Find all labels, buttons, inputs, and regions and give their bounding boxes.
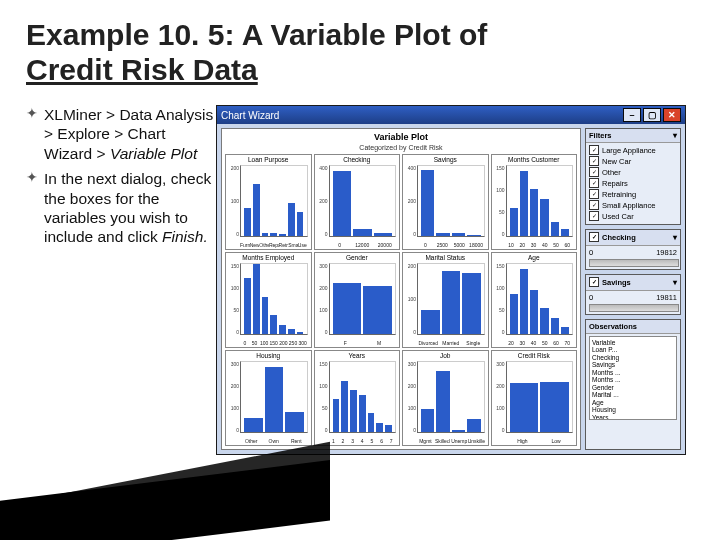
observation-item[interactable]: Age — [592, 399, 674, 406]
observation-item[interactable]: Variable — [592, 339, 674, 346]
filter-item[interactable]: ✓Other — [589, 167, 677, 177]
bar — [265, 367, 284, 432]
bar — [452, 233, 465, 237]
y-ticks: 3002001000 — [227, 361, 239, 433]
bars — [240, 263, 308, 335]
bars — [329, 361, 397, 433]
bar — [510, 294, 518, 334]
filter-item[interactable]: ✓Retraining — [589, 189, 677, 199]
bar — [376, 423, 383, 432]
observations-list[interactable]: VariableLoan P...CheckingSavingsMonths .… — [589, 336, 677, 420]
x-ticks: MgmtSkilledUnempUnskilled — [417, 438, 485, 444]
observation-item[interactable]: Months ... — [592, 369, 674, 376]
mini-chart-title: Age — [492, 254, 577, 261]
checkbox-icon[interactable]: ✓ — [589, 156, 599, 166]
bar — [353, 229, 372, 236]
bars — [240, 361, 308, 433]
mini-chart-title: Marital Status — [403, 254, 488, 261]
bars — [506, 361, 574, 433]
checkbox-icon[interactable]: ✓ — [589, 211, 599, 221]
filters-panel: Filters▾ ✓Large Appliance✓New Car✓Other✓… — [585, 128, 681, 225]
bar — [333, 283, 362, 334]
x-ticks: 01200020000 — [329, 242, 397, 248]
y-ticks: 4002000 — [316, 165, 328, 237]
checkbox-icon[interactable]: ✓ — [589, 145, 599, 155]
x-ticks: 050100150200250300 — [240, 340, 308, 346]
observation-item[interactable]: Checking — [592, 354, 674, 361]
mini-chart-title: Months Employed — [226, 254, 311, 261]
bar — [436, 233, 449, 237]
filter-label: Retraining — [602, 190, 636, 199]
observation-item[interactable]: Loan P... — [592, 346, 674, 353]
observation-item[interactable]: Years — [592, 414, 674, 420]
filter-item[interactable]: ✓Repairs — [589, 178, 677, 188]
observation-item[interactable]: Savings — [592, 361, 674, 368]
bar — [551, 318, 559, 334]
close-icon[interactable]: ✕ — [663, 108, 681, 122]
bar — [253, 184, 260, 237]
bar — [374, 233, 393, 236]
bar — [270, 315, 277, 334]
x-ticks: 1234567 — [329, 438, 397, 444]
bullet-text: In the next dialog, check the boxes for … — [44, 169, 216, 247]
observation-item[interactable]: Housing — [592, 406, 674, 413]
mini-chart: Years1501005001234567 — [314, 350, 401, 446]
checkbox-icon[interactable]: ✓ — [589, 232, 599, 242]
observation-item[interactable]: Marital ... — [592, 391, 674, 398]
bar — [262, 233, 269, 237]
checkbox-icon[interactable]: ✓ — [589, 167, 599, 177]
observation-item[interactable]: Gender — [592, 384, 674, 391]
bars — [417, 361, 485, 433]
checkbox-icon[interactable]: ✓ — [589, 277, 599, 287]
bar — [551, 222, 559, 236]
y-ticks: 2001000 — [404, 263, 416, 335]
filter-label: New Car — [602, 157, 631, 166]
filter-label: Small Appliance — [602, 201, 655, 210]
filter-item[interactable]: ✓Used Car — [589, 211, 677, 221]
checking-header: Checking — [602, 233, 636, 242]
title-underlined: Credit Risk Data — [26, 53, 258, 86]
mini-chart: Savings400200002500500018000 — [402, 154, 489, 250]
checkbox-icon[interactable]: ✓ — [589, 189, 599, 199]
chevron-down-icon[interactable]: ▾ — [673, 131, 677, 140]
bar — [279, 325, 286, 334]
savings-header: Savings — [602, 278, 631, 287]
checkbox-icon[interactable]: ✓ — [589, 200, 599, 210]
bar — [363, 286, 392, 334]
filter-label: Other — [602, 168, 621, 177]
maximize-icon[interactable]: ▢ — [643, 108, 661, 122]
savings-slider[interactable] — [589, 304, 679, 312]
x-ticks: OtherOwnRent — [240, 438, 308, 444]
window-titlebar[interactable]: Chart Wizard – ▢ ✕ — [217, 106, 685, 124]
mini-chart: Job3002001000MgmtSkilledUnempUnskilled — [402, 350, 489, 446]
checking-slider[interactable] — [589, 259, 679, 267]
mini-chart-title: Years — [315, 352, 400, 359]
y-ticks: 150100500 — [316, 361, 328, 433]
bar — [510, 208, 518, 236]
chevron-down-icon[interactable]: ▾ — [673, 233, 677, 242]
filter-item[interactable]: ✓New Car — [589, 156, 677, 166]
chart-wizard-window: Chart Wizard – ▢ ✕ Variable Plot Categor… — [216, 105, 686, 455]
x-ticks: FurnApplNew CarOtherRepairsRetrainSmallA… — [240, 242, 308, 248]
x-ticks: DivorcedMarriedSingle — [417, 340, 485, 346]
observation-item[interactable]: Months ... — [592, 376, 674, 383]
y-ticks: 4002000 — [404, 165, 416, 237]
bar — [436, 371, 449, 432]
chevron-down-icon[interactable]: ▾ — [673, 278, 677, 287]
bar — [540, 308, 548, 334]
observations-panel: Observations VariableLoan P...CheckingSa… — [585, 319, 681, 450]
mini-chart-title: Gender — [315, 254, 400, 261]
filter-label: Used Car — [602, 212, 634, 221]
minimize-icon[interactable]: – — [623, 108, 641, 122]
bullet-item: ✦ XLMiner > Data Analysis > Explore > Ch… — [26, 105, 216, 163]
filter-item[interactable]: ✓Small Appliance — [589, 200, 677, 210]
checkbox-icon[interactable]: ✓ — [589, 178, 599, 188]
bar — [421, 409, 434, 432]
mini-chart: Housing3002001000OtherOwnRent — [225, 350, 312, 446]
bar — [288, 203, 295, 236]
mini-chart: Age150100500203040506070 — [491, 252, 578, 348]
mini-chart: Marital Status2001000DivorcedMarriedSing… — [402, 252, 489, 348]
bar — [540, 382, 569, 432]
filter-item[interactable]: ✓Large Appliance — [589, 145, 677, 155]
bar — [262, 297, 269, 334]
